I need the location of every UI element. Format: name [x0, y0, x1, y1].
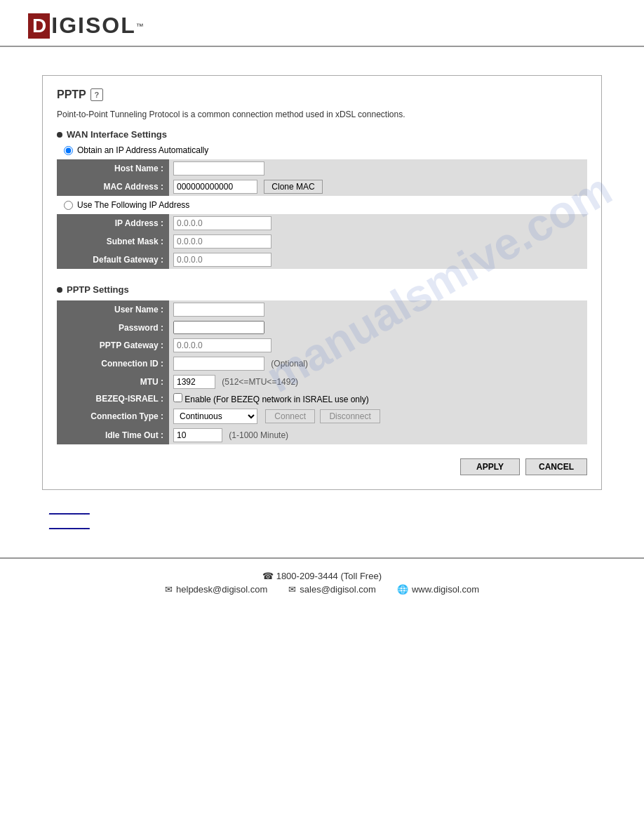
footer: ☎ 1800-209-3444 (Toll Free) ✉ helpdesk@d… [0, 557, 644, 602]
link-1[interactable]: ________ [49, 504, 602, 515]
pptp-fields-table: User Name : Password : PPTP Gateway : Co… [57, 300, 587, 444]
header: D IGISOL ™ [0, 0, 644, 47]
footer-phone-line: ☎ 1800-209-3444 (Toll Free) [0, 571, 644, 581]
user-name-input[interactable] [173, 303, 264, 317]
logo-box: D [28, 13, 50, 39]
password-label: Password : [57, 319, 169, 336]
host-name-value-cell [169, 159, 587, 178]
user-name-label: User Name : [57, 300, 169, 319]
footer-sales-item: ✉ sales@digisol.com [288, 584, 376, 595]
mtu-input[interactable] [173, 375, 215, 389]
web-icon: 🌐 [397, 584, 408, 595]
radio-manual-row: Use The Following IP Address [64, 200, 587, 210]
description: Point-to-Point Tunneling Protocol is a c… [57, 110, 587, 119]
main-content: manualsmive.com PPTP ? Point-to-Point Tu… [0, 47, 644, 557]
connection-id-input[interactable] [173, 357, 264, 371]
connection-id-label: Connection ID : [57, 355, 169, 373]
radio-auto-row: Obtain an IP Address Automatically [64, 145, 587, 155]
mac-address-label: MAC Address : [57, 178, 169, 196]
idle-timeout-input[interactable] [173, 428, 222, 442]
footer-email-item: ✉ helpdesk@digisol.com [165, 584, 267, 595]
wan-section-label: WAN Interface Settings [67, 129, 167, 140]
ip-address-value-cell [169, 214, 587, 232]
pptp-section-label: PPTP Settings [67, 284, 129, 295]
default-gateway-value-cell [169, 251, 587, 269]
idle-timeout-label: Idle Time Out : [57, 426, 169, 444]
host-name-input[interactable] [173, 161, 264, 176]
radio-auto-label: Obtain an IP Address Automatically [77, 145, 208, 155]
subnet-mask-input[interactable] [173, 234, 271, 249]
user-name-value-cell [169, 300, 587, 319]
wan-bullet [57, 132, 62, 138]
bottom-buttons: APPLY CANCEL [57, 454, 587, 475]
logo-text: IGISOL [51, 13, 135, 39]
idle-timeout-note: (1-1000 Minute) [229, 430, 288, 440]
footer-website: www.digisol.com [412, 584, 479, 595]
default-gateway-label: Default Gateway : [57, 251, 169, 269]
mac-address-input[interactable] [173, 180, 257, 194]
mtu-value-cell: (512<=MTU<=1492) [169, 373, 587, 391]
footer-sales: sales@digisol.com [300, 584, 376, 595]
host-name-row: Host Name : MAC Address : Clone MAC [57, 159, 587, 196]
pptp-gateway-label: PPTP Gateway : [57, 336, 169, 355]
idle-timeout-value-cell: (1-1000 Minute) [169, 426, 587, 444]
logo-tm: ™ [136, 22, 144, 30]
radio-auto[interactable] [64, 146, 73, 155]
connect-button[interactable]: Connect [265, 409, 315, 423]
pptp-title-text: PPTP [57, 88, 86, 101]
pptp-section-heading: PPTP Settings [57, 284, 587, 295]
apply-button[interactable]: APPLY [460, 458, 520, 475]
ip-address-label: IP Address : [57, 214, 169, 232]
clone-mac-button[interactable]: Clone MAC [264, 180, 322, 194]
footer-contact-row: ✉ helpdesk@digisol.com ✉ sales@digisol.c… [0, 584, 644, 595]
footer-email: helpdesk@digisol.com [176, 584, 267, 595]
pptp-card: manualsmive.com PPTP ? Point-to-Point Tu… [42, 75, 602, 490]
link-2[interactable]: ________ [49, 519, 602, 529]
bezeq-note: Enable (For BEZEQ network in ISRAEL use … [185, 395, 368, 404]
connection-type-label: Connection Type : [57, 406, 169, 426]
pptp-gateway-value-cell [169, 336, 587, 355]
password-input[interactable] [173, 321, 264, 334]
footer-web-item: 🌐 www.digisol.com [397, 584, 479, 595]
help-icon[interactable]: ? [90, 88, 103, 101]
cancel-button[interactable]: CANCEL [525, 458, 587, 475]
wan-section-heading: WAN Interface Settings [57, 129, 587, 140]
connection-id-value-cell: (Optional) [169, 355, 587, 373]
connection-type-select[interactable]: Continuous Connect on Demand Manual [173, 409, 257, 424]
footer-phone: 1800-209-3444 (Toll Free) [276, 571, 382, 581]
bezeq-value-cell: Enable (For BEZEQ network in ISRAEL use … [169, 391, 587, 406]
connection-type-value-cell: Continuous Connect on Demand Manual Conn… [169, 406, 587, 426]
sales-icon: ✉ [288, 584, 296, 595]
pptp-bullet [57, 287, 62, 293]
card-title: PPTP ? [57, 88, 587, 101]
mtu-label: MTU : [57, 373, 169, 391]
connection-id-note: (Optional) [271, 359, 308, 369]
radio-manual[interactable] [64, 201, 73, 210]
links-section: ________ ________ [42, 504, 602, 529]
phone-icon: ☎ [262, 571, 274, 581]
ip-fields-table: IP Address : Subnet Mask : Default Gatew… [57, 214, 587, 269]
subnet-mask-label: Subnet Mask : [57, 232, 169, 251]
host-name-label: Host Name : [57, 159, 169, 178]
logo: D IGISOL ™ [28, 13, 616, 39]
default-gateway-input[interactable] [173, 253, 271, 267]
mac-address-value-cell: Clone MAC [169, 178, 587, 196]
ip-address-input[interactable] [173, 216, 271, 230]
disconnect-button[interactable]: Disconnect [320, 409, 380, 423]
email-icon: ✉ [165, 584, 173, 595]
radio-manual-label: Use The Following IP Address [77, 200, 189, 210]
bezeq-checkbox[interactable] [173, 393, 182, 402]
pptp-gateway-input[interactable] [173, 338, 271, 352]
bezeq-label: BEZEQ-ISRAEL : [57, 391, 169, 406]
subnet-mask-value-cell [169, 232, 587, 251]
mtu-note: (512<=MTU<=1492) [222, 377, 298, 387]
password-value-cell [169, 319, 587, 336]
